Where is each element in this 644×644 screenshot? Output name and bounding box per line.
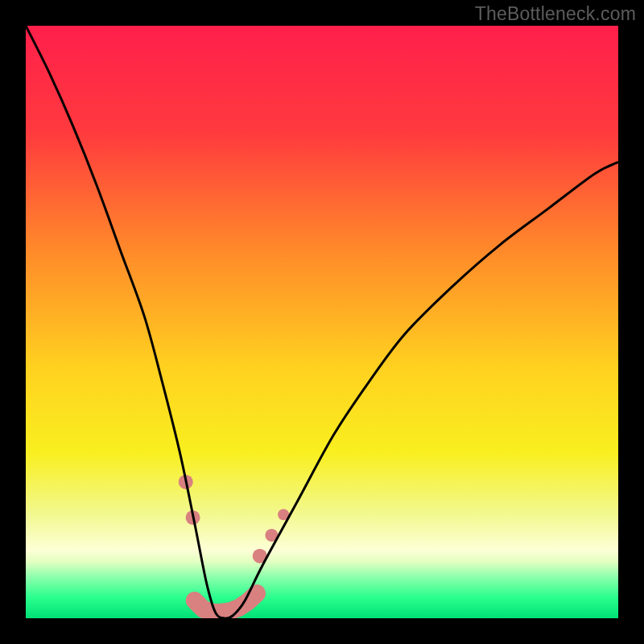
plot-area [26, 26, 618, 618]
watermark-text: TheBottleneck.com [475, 3, 636, 25]
chart-frame: TheBottleneck.com [0, 0, 644, 644]
chart-overlay [26, 26, 618, 618]
marker-dots [179, 475, 289, 564]
bottleneck-curve [26, 26, 618, 618]
